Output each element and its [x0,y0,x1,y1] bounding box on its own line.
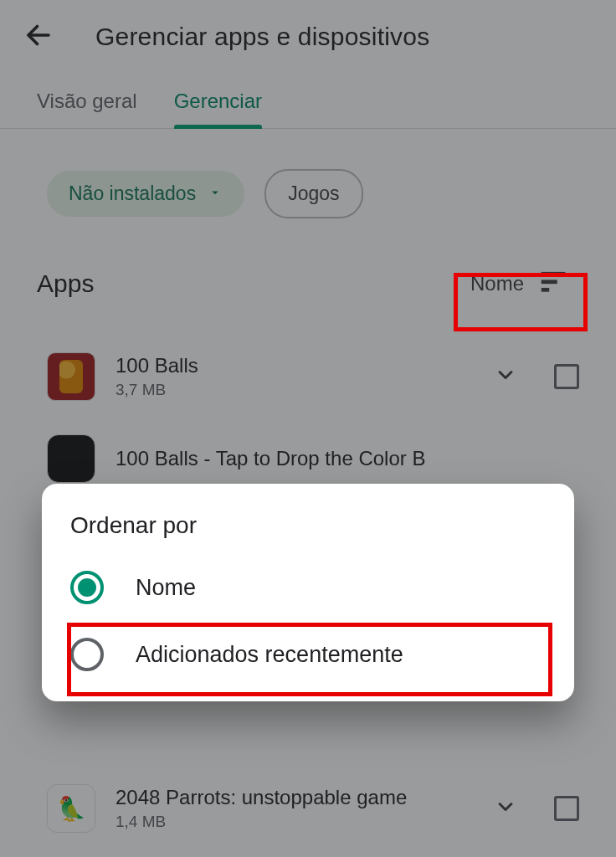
dialog-title: Ordenar por [42,512,574,554]
sort-option-name[interactable]: Nome [42,554,574,621]
dialog-scrim[interactable] [0,0,616,857]
sort-option-label: Nome [136,575,196,601]
sort-dialog: Ordenar por Nome Adicionados recentement… [42,484,574,701]
sort-option-recent[interactable]: Adicionados recentemente [42,621,574,688]
radio-unselected-icon [70,638,104,671]
sort-option-label: Adicionados recentemente [136,642,403,668]
radio-selected-icon [70,571,104,604]
